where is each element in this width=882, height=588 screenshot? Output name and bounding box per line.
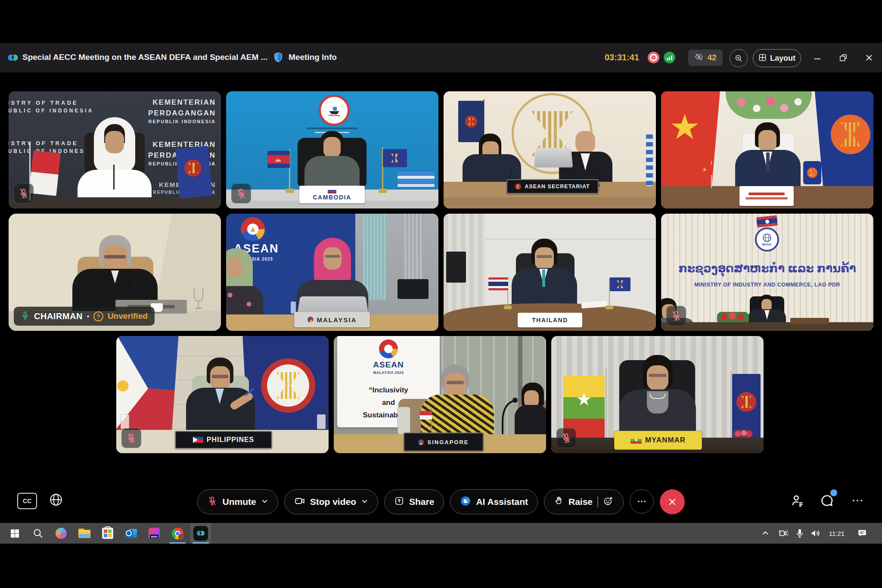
minimize-button[interactable]: [812, 53, 823, 65]
taskbar-clock[interactable]: 11:21: [825, 523, 848, 544]
chevron-down-icon[interactable]: [361, 497, 368, 507]
video-feed: [661, 91, 873, 208]
muted-indicator: [14, 184, 34, 203]
video-tile-laos[interactable]: MOIC ກະຊວງອຸດສາຫະກຳ ແລະ ການຄ້າ MINISTRY …: [661, 214, 873, 331]
laptop: [534, 148, 573, 167]
participant-count: 42: [707, 53, 716, 62]
necklace: [649, 394, 666, 399]
video-tile-chairman[interactable]: CHAIRMAN ? Unverified: [9, 214, 221, 331]
webex-taskbar-icon[interactable]: [190, 523, 211, 544]
video-tile-thailand[interactable]: THAILAND: [444, 214, 656, 331]
nameplate: SINGAPORE: [404, 432, 484, 451]
reactions-smiley-icon[interactable]: [603, 495, 614, 508]
video-tile-indonesia[interactable]: MINISTRY OF TRADEREPUBLIC OF INDONESIA K…: [9, 91, 221, 208]
asean-desk-plaque: [803, 161, 821, 184]
ministry-name-english: MINISTRY OF INDUSTRY AND COMMERCE, LAO P…: [661, 282, 873, 288]
glass: [121, 414, 129, 429]
mic-on-icon: [21, 311, 30, 322]
nameplate: MALAYSIA: [294, 312, 370, 327]
ministry-logo: [319, 95, 350, 126]
camera-icon: [294, 495, 305, 509]
chat-panel-button[interactable]: [819, 493, 835, 510]
file-explorer-icon[interactable]: [74, 523, 95, 544]
m365-icon[interactable]: M365: [144, 523, 165, 544]
share-button[interactable]: Share: [384, 489, 444, 514]
video-tile-malaysia[interactable]: ASEAN MALAYSIA 2025: [226, 214, 438, 331]
control-bar: CC Unmute Stop video: [0, 487, 882, 523]
layout-button[interactable]: Layout: [753, 49, 801, 67]
video-feed: CHAIRMAN ? Unverified: [9, 214, 221, 331]
flower-arrangement: [726, 91, 812, 119]
glass: [317, 414, 326, 429]
video-tile-cambodia[interactable]: CAMBODIA: [226, 91, 438, 208]
restore-window-button[interactable]: [838, 53, 848, 65]
chairman-label: CHAIRMAN: [34, 311, 83, 321]
tray-microphone-icon[interactable]: [792, 523, 807, 544]
ai-assistant-button[interactable]: AI Assistant: [450, 489, 538, 514]
video-feed: MINISTRY OF TRADEREPUBLIC OF INDONESIA K…: [9, 91, 221, 208]
tray-speaker-icon[interactable]: [807, 523, 824, 544]
video-tile-philippines[interactable]: PHILIPPINES: [116, 336, 329, 453]
khmer-text-line: [306, 128, 358, 129]
chrome-icon[interactable]: [167, 523, 188, 544]
layout-label: Layout: [770, 54, 795, 63]
raise-hand-icon: [554, 496, 564, 508]
nameplate: ASEAN SECRETARIAT: [506, 179, 599, 194]
more-options-button[interactable]: [630, 489, 654, 513]
outlook-icon[interactable]: [121, 523, 141, 544]
tray-show-hidden-icons[interactable]: [758, 523, 773, 544]
zoom-button[interactable]: [730, 49, 748, 67]
raise-hand-button[interactable]: Raise: [544, 489, 624, 514]
flowers: [733, 430, 753, 438]
video-feed: ASEAN SECRETARIAT: [444, 91, 656, 208]
recording-indicator-icon[interactable]: [648, 52, 659, 63]
video-feed: THAILAND: [444, 214, 656, 331]
search-icon[interactable]: [28, 523, 48, 544]
unmute-button[interactable]: Unmute: [197, 489, 278, 514]
grid-layout-icon: [758, 53, 767, 63]
muted-indicator: [556, 428, 576, 448]
stop-video-button[interactable]: Stop video: [284, 489, 378, 514]
tv-screen: [446, 252, 466, 283]
video-tile-singapore[interactable]: ASEAN MALAYSIA 2025 “Inclusivity and Sus…: [334, 336, 546, 453]
video-feed: MOIC ກະຊວງອຸດສາຫະກຳ ແລະ ການຄ້າ MINISTRY …: [661, 214, 873, 331]
video-tile-myanmar[interactable]: MYANMAR: [551, 336, 764, 453]
start-button[interactable]: [4, 523, 25, 544]
desk: [9, 197, 221, 208]
document-stack: [398, 171, 435, 189]
connection-quality-icon[interactable]: [664, 52, 675, 63]
video-feed: PHILIPPINES: [116, 336, 329, 453]
meeting-info-label[interactable]: Meeting Info: [289, 53, 337, 62]
chevron-down-icon[interactable]: [261, 497, 268, 507]
participant-count-pill[interactable]: 42: [688, 50, 723, 66]
nameplate: CAMBODIA: [299, 186, 365, 203]
desk-microphone: [113, 165, 115, 190]
windows-taskbar: M365 11:21: [0, 523, 882, 544]
gooseneck-microphone: [489, 397, 519, 436]
video-tile-asean-secretariat[interactable]: ASEAN SECRETARIAT: [444, 91, 656, 208]
copilot-icon[interactable]: [51, 523, 71, 544]
meeting-info-shield-icon[interactable]: [273, 52, 284, 65]
action-center-icon[interactable]: [853, 523, 872, 544]
video-feed: ASEAN MALAYSIA 2025 “Inclusivity and Sus…: [334, 336, 546, 453]
more-panels-button[interactable]: [851, 497, 864, 506]
video-feed: MYANMAR: [551, 336, 764, 453]
participants-panel-button[interactable]: [790, 493, 805, 510]
video-tile-vietnam[interactable]: [661, 91, 873, 208]
unverified-icon: ?: [93, 311, 103, 321]
screen: Special AECC Meeting on the ASEAN DEFA a…: [0, 0, 882, 588]
tray-camera-icon[interactable]: [775, 523, 791, 544]
microsoft-store-icon[interactable]: [97, 523, 118, 544]
eye-off-icon: [694, 52, 704, 63]
leave-meeting-button[interactable]: [660, 489, 685, 514]
muted-indicator: [231, 184, 251, 203]
nameplate: PHILIPPINES: [175, 431, 272, 449]
ministry-name-lao: ກະຊວງອຸດສາຫະກຳ ແລະ ການຄ້າ: [661, 262, 873, 275]
titlebar: Special AECC Meeting on the ASEAN DEFA a…: [0, 43, 882, 72]
webex-logo-icon: [7, 52, 19, 65]
desk-nameplate: [790, 318, 829, 324]
close-window-button[interactable]: [864, 53, 874, 65]
mic-off-icon: [207, 496, 217, 508]
meeting-title: Special AECC Meeting on the ASEAN DEFA a…: [22, 53, 267, 62]
wine-glass: [194, 289, 203, 311]
